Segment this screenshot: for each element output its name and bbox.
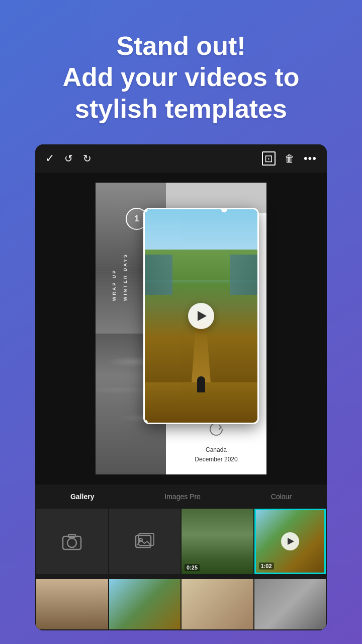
photo-thumbnail-1[interactable]: 0:25 — [182, 509, 253, 574]
editor-window: ✓ ↺ ↻ ⊡ 🗑 ••• 1 WRAP UP WINTER DAYS — [35, 144, 327, 630]
video-thumbnail-selected[interactable]: 1:02 — [254, 509, 326, 574]
vertical-text-2: WINTER DAYS — [123, 253, 128, 301]
headline: Stand out! Add your videos to stylish te… — [40, 30, 322, 124]
tab-images-pro[interactable]: Images Pro — [160, 491, 205, 503]
video-duration: 1:02 — [259, 562, 274, 570]
thumbnail-forest[interactable] — [36, 579, 108, 629]
toolbar-left: ✓ ↺ ↻ — [45, 153, 92, 164]
figure-silhouette — [197, 376, 205, 392]
delete-icon[interactable]: 🗑 — [285, 153, 295, 164]
thumbnail-path[interactable] — [109, 579, 181, 629]
tab-row: Gallery Images Pro Colour — [35, 491, 327, 503]
svg-point-0 — [210, 423, 222, 435]
toolbar: ✓ ↺ ↻ ⊡ 🗑 ••• — [35, 144, 327, 173]
headline-line3: stylish templates — [75, 94, 287, 123]
video-frame[interactable] — [143, 208, 259, 424]
more-options-icon[interactable]: ••• — [304, 153, 317, 164]
header-section: Stand out! Add your videos to stylish te… — [0, 0, 362, 144]
headline-line2: Add your videos to — [63, 62, 300, 92]
caption-text: Canada December 2020 — [195, 445, 237, 464]
vertical-text-1: WRAP UP — [112, 253, 117, 301]
headline-line1: Stand out! — [116, 31, 245, 60]
svg-point-2 — [67, 538, 76, 547]
thumb-play-triangle — [288, 538, 294, 545]
sky — [145, 209, 257, 250]
palm-tree-right — [145, 290, 153, 378]
thumbnail-3[interactable] — [182, 579, 253, 629]
canvas-area: 1 WRAP UP WINTER DAYS — [35, 173, 327, 485]
bottom-thumbnail-row — [35, 578, 327, 630]
undo-icon[interactable]: ↺ — [64, 153, 73, 164]
camera-icon — [62, 532, 82, 550]
crop-icon[interactable]: ⊡ — [262, 151, 276, 166]
caption-line2: December 2020 — [195, 455, 237, 464]
water-right — [230, 255, 257, 295]
resize-handle[interactable] — [143, 306, 144, 326]
tab-bar: Gallery Images Pro Colour — [35, 485, 327, 578]
caption-line1: Canada — [195, 445, 237, 455]
gallery-icon — [135, 532, 155, 550]
play-button[interactable] — [188, 303, 214, 329]
vertical-text: WRAP UP WINTER DAYS — [112, 253, 128, 301]
circle-number: 1 — [135, 214, 139, 223]
duration-1: 0:25 — [185, 564, 200, 571]
tab-gallery[interactable]: Gallery — [66, 491, 98, 503]
gallery-cell[interactable] — [109, 509, 181, 574]
water-left — [145, 255, 172, 295]
camera-cell[interactable] — [36, 509, 108, 574]
media-grid: 0:25 1:02 — [35, 509, 327, 574]
thumbnail-4[interactable] — [254, 579, 326, 629]
check-icon[interactable]: ✓ — [45, 153, 54, 164]
thumb-play-button[interactable] — [281, 532, 299, 550]
play-triangle-icon — [198, 311, 207, 321]
tab-colour[interactable]: Colour — [267, 491, 296, 503]
redo-icon[interactable]: ↻ — [83, 153, 92, 164]
toolbar-right: ⊡ 🗑 ••• — [262, 151, 317, 166]
template-container: 1 WRAP UP WINTER DAYS — [96, 183, 266, 474]
